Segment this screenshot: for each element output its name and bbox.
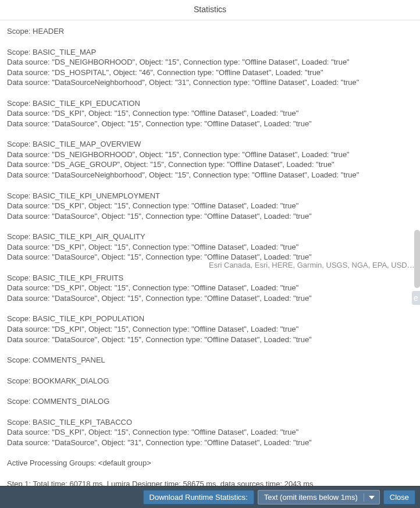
format-dropdown-label: Text (omit items below 1ms) (258, 491, 364, 504)
scope-heading: Scope: BASIC_TILE_KPI_EDUCATION (7, 98, 413, 109)
data-source-line: Data source: "DS_KPI", Object: "15", Con… (7, 427, 413, 438)
data-source-line: Data source: "DS_KPI", Object: "15", Con… (7, 242, 413, 253)
scrollbar-thumb[interactable] (414, 230, 420, 288)
data-source-line: Data source: "DataSource", Object: "15",… (7, 293, 413, 304)
data-source-line: Data source: "DS_KPI", Object: "15", Con… (7, 201, 413, 211)
close-button[interactable]: Close (383, 490, 415, 505)
data-source-line: Data source: "DataSource", Object: "15",… (7, 119, 413, 129)
active-processing-groups: Active Processing Groups: <default group… (7, 458, 413, 468)
scope-heading: Scope: HEADER (7, 26, 413, 37)
scope-heading: Scope: COMMENTS_PANEL (7, 355, 413, 365)
chevron-down-icon (364, 493, 379, 502)
timing-step: Step 1: Total time: 60718 ms, Lumira Des… (7, 479, 413, 486)
dialog-footer: Download Runtime Statistics: Text (omit … (0, 486, 420, 508)
scope-heading: Scope: BOOKMARK_DIALOG (7, 376, 413, 386)
data-source-line: Data source: "DS_KPI", Object: "15", Con… (7, 283, 413, 293)
format-dropdown[interactable]: Text (omit items below 1ms) (258, 490, 380, 505)
data-source-line: Data source: "DataSource", Object: "15",… (7, 335, 413, 345)
data-source-line: Data source: "DataSource", Object: "15",… (7, 252, 413, 262)
data-source-line: Data source: "DS_AGE_GROUP", Object: "15… (7, 159, 413, 170)
data-source-line: Data source: "DS_NEIGHBORHOOD", Object: … (7, 150, 413, 160)
scope-heading: Scope: BASIC_TILE_MAP (7, 47, 413, 58)
scope-heading: Scope: BASIC_TILE_KPI_FRUITS (7, 273, 413, 283)
download-runtime-statistics-button[interactable]: Download Runtime Statistics: (143, 490, 254, 505)
scope-heading: Scope: BASIC_TILE_KPI_POPULATION (7, 314, 413, 324)
data-source-line: Data source: "DataSourceNeighborhood", O… (7, 170, 413, 180)
data-source-line: Data source: "DS_KPI", Object: "15", Con… (7, 324, 413, 335)
data-source-line: Data source: "DS_NEIGHBORHOOD", Object: … (7, 57, 413, 68)
scope-heading: Scope: BASIC_TILE_KPI_TABACCO (7, 417, 413, 428)
scope-heading: Scope: COMMENTS_DIALOG (7, 396, 413, 407)
scope-heading: Scope: BASIC_TILE_MAP_OVERVIEW (7, 139, 413, 150)
scope-heading: Scope: BASIC_TILE_KPI_AIR_QUALITY (7, 232, 413, 242)
scope-heading: Scope: BASIC_TILE_KPI_UNEMPLOYMENT (7, 191, 413, 201)
data-source-line: Data source: "DataSource", Object: "31",… (7, 438, 413, 448)
data-source-line: Data source: "DataSourceNeighborhood", O… (7, 77, 413, 88)
data-source-line: Data source: "DS_HOSPITAL", Object: "46"… (7, 68, 413, 78)
statistics-content: Scope: HEADERScope: BASIC_TILE_MAPData s… (0, 20, 420, 486)
dialog-title: Statistics (0, 0, 420, 20)
data-source-line: Data source: "DS_KPI", Object: "15", Con… (7, 108, 413, 119)
data-source-line: Data source: "DataSource", Object: "15",… (7, 211, 413, 222)
side-tab[interactable]: e (412, 291, 420, 305)
